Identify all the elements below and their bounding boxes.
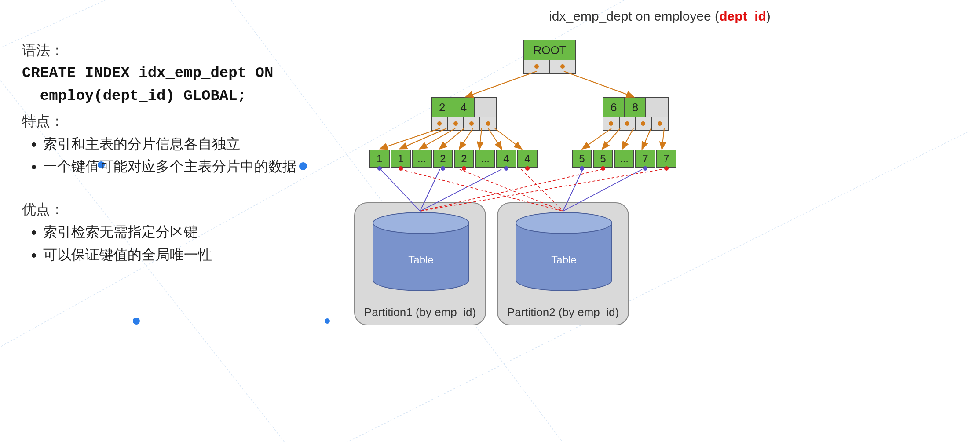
svg-line-13 bbox=[420, 128, 455, 149]
partition-label: Partition1 (by emp_id) bbox=[355, 306, 485, 319]
diagram-title: idx_emp_dept on employee (dept_id) bbox=[352, 9, 968, 24]
svg-line-20 bbox=[603, 128, 620, 149]
btree-leaf-cell: ... bbox=[412, 150, 432, 168]
feature-item: 一个键值可能对应多个主表分片中的数据 bbox=[43, 156, 356, 178]
svg-line-9 bbox=[466, 71, 537, 97]
btree-leaf-row-left: 11...22...44 bbox=[369, 150, 538, 168]
advantage-item: 可以保证键值的全局唯一性 bbox=[43, 244, 356, 266]
diagram-panel: idx_emp_dept on employee (dept_id) ROOT … bbox=[352, 0, 968, 442]
table-cylinder-icon: Table bbox=[373, 212, 469, 291]
svg-line-18 bbox=[495, 128, 521, 149]
btree-internal-left: 2 4 bbox=[431, 97, 497, 131]
btree-leaf-cell: ... bbox=[475, 150, 495, 168]
btree-leaf-cell: 1 bbox=[391, 150, 411, 168]
btree-leaf-cell: 5 bbox=[593, 150, 613, 168]
table-cylinder-icon: Table bbox=[516, 212, 612, 291]
left-text-panel: 语法： CREATE INDEX idx_emp_dept ON employ(… bbox=[22, 40, 356, 279]
svg-line-11 bbox=[380, 128, 440, 149]
svg-line-21 bbox=[622, 128, 633, 149]
svg-line-14 bbox=[440, 128, 464, 149]
code-block: CREATE INDEX idx_emp_dept ON employ(dept… bbox=[22, 62, 356, 108]
svg-line-12 bbox=[400, 128, 446, 149]
btree-root-node: ROOT bbox=[523, 40, 576, 74]
svg-line-16 bbox=[479, 128, 482, 149]
svg-line-19 bbox=[583, 128, 611, 149]
advantages-list: 索引检索无需指定分区键 可以保证键值的全局唯一性 bbox=[22, 221, 356, 266]
root-key: ROOT bbox=[524, 40, 575, 60]
advantage-item: 索引检索无需指定分区键 bbox=[43, 221, 356, 243]
btree-leaf-row-right: 55...77 bbox=[572, 150, 676, 168]
btree-leaf-cell: 7 bbox=[656, 150, 676, 168]
syntax-label: 语法： bbox=[22, 40, 356, 62]
partition-label: Partition2 (by emp_id) bbox=[498, 306, 628, 319]
svg-point-7 bbox=[133, 318, 140, 325]
btree-leaf-cell: 2 bbox=[454, 150, 474, 168]
btree-leaf-cell: 4 bbox=[496, 150, 516, 168]
feature-item: 索引和主表的分片信息各自独立 bbox=[43, 133, 356, 155]
partition-2: Table Partition2 (by emp_id) bbox=[497, 202, 629, 325]
svg-line-10 bbox=[564, 71, 633, 97]
svg-line-15 bbox=[460, 128, 473, 149]
btree-internal-right: 6 8 bbox=[603, 97, 669, 131]
btree-leaf-cell: 4 bbox=[517, 150, 538, 168]
features-label: 特点： bbox=[22, 110, 356, 132]
btree-leaf-cell: ... bbox=[614, 150, 634, 168]
features-list: 索引和主表的分片信息各自独立 一个键值可能对应多个主表分片中的数据 bbox=[22, 133, 356, 178]
svg-point-8 bbox=[325, 318, 330, 324]
partition-1: Table Partition1 (by emp_id) bbox=[354, 202, 486, 325]
btree-leaf-cell: 5 bbox=[572, 150, 592, 168]
btree-leaf-cell: 1 bbox=[369, 150, 390, 168]
btree-leaf-cell: 7 bbox=[635, 150, 655, 168]
svg-line-23 bbox=[662, 128, 664, 149]
advantages-label: 优点： bbox=[22, 199, 356, 221]
btree-diagram: ROOT 2 4 6 8 bbox=[352, 35, 968, 431]
svg-line-22 bbox=[642, 128, 651, 149]
svg-line-17 bbox=[488, 128, 501, 149]
btree-leaf-cell: 2 bbox=[433, 150, 453, 168]
